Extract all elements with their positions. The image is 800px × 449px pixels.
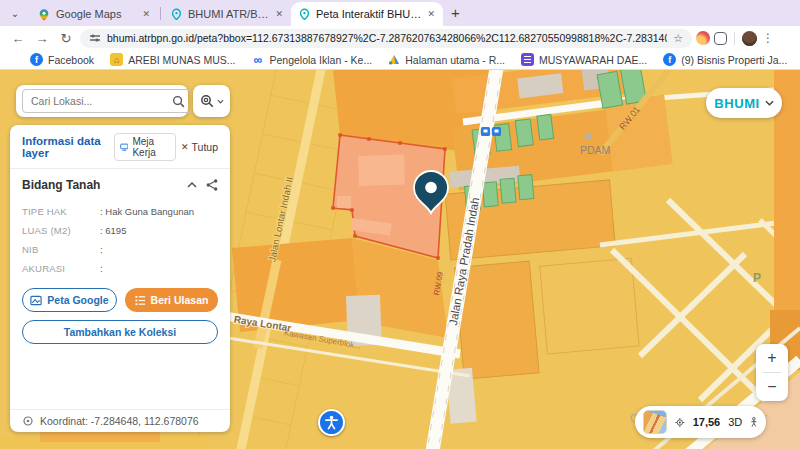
tab-label: BHUMI ATR/BPN [188, 8, 269, 20]
zoom-search-icon [200, 94, 214, 108]
map-control-bar: 17,56 3D [635, 406, 766, 438]
field-row: NIB : [22, 240, 218, 259]
coordinate-text: Koordinat: -7.284648, 112.678076 [40, 415, 199, 427]
bookmarks-bar: f Facebook ⌂ AREBI MUNAS MUS... ∞ Pengel… [0, 50, 800, 70]
tab-close-icon[interactable]: ✕ [427, 9, 435, 19]
beri-ulasan-label: Beri Ulasan [151, 294, 209, 306]
label-pdam: PDAM [580, 144, 610, 156]
field-value: : 6195 [100, 225, 126, 236]
section-header: Bidang Tanah [10, 169, 230, 198]
peta-google-button[interactable]: Peta Google [22, 288, 117, 312]
field-label: NIB [22, 244, 100, 255]
tutup-label: Tutup [192, 141, 218, 153]
profile-avatar[interactable] [742, 31, 757, 46]
zoom-control: + − [756, 344, 788, 401]
tab-google-maps[interactable]: Google Maps ✕ [30, 2, 158, 26]
musyawarah-icon [521, 53, 534, 66]
search-box[interactable] [22, 89, 192, 113]
tab-close-icon[interactable]: ✕ [142, 9, 150, 19]
google-maps-icon [38, 8, 50, 21]
tab-label: Peta Interaktif BHUMI ATR/BPN [316, 8, 421, 20]
my-location-icon[interactable] [675, 415, 685, 430]
meta-icon: ∞ [251, 53, 264, 66]
tab-label: Google Maps [56, 8, 136, 20]
zoom-level-value: 17,56 [693, 416, 721, 428]
bhumi-logo: BHUMI [714, 96, 760, 111]
arebi-icon: ⌂ [110, 53, 123, 66]
site-info-icon[interactable] [89, 32, 101, 44]
tambah-koleksi-button[interactable]: Tambahkan ke Koleksi [22, 320, 218, 344]
browser-menu-icon[interactable]: ⋮ [761, 31, 775, 45]
label-parking: P [753, 271, 761, 285]
back-icon[interactable]: ← [8, 32, 28, 45]
bookmark-label: Halaman utama - R... [405, 54, 505, 66]
meja-kerja-button[interactable]: Meja Kerja [114, 133, 176, 161]
bookmark-pengelola-iklan[interactable]: ∞ Pengelola Iklan - Ke... [251, 53, 372, 66]
info-panel: Informasi data layer Meja Kerja ✕ Tutup … [10, 125, 230, 432]
crosshair-icon [22, 415, 34, 427]
chevron-up-icon[interactable] [187, 182, 197, 188]
search-icon[interactable] [172, 95, 185, 108]
field-label: AKURASI [22, 263, 100, 274]
field-value: : [100, 244, 103, 255]
url-text: bhumi.atrbpn.go.id/peta?bbox=112.6731388… [107, 32, 667, 44]
field-value: : [100, 263, 103, 274]
field-label: LUAS (M2) [22, 225, 100, 236]
new-tab-button[interactable]: + [451, 4, 460, 21]
bookmark-musyawarah[interactable]: MUSYAWARAH DAE... [521, 53, 647, 66]
workspace-icon [120, 142, 129, 152]
map-canvas[interactable]: Jalan Raya Pradah Indah Jalan Lontar Ind… [0, 70, 800, 449]
field-row: TIPE HAK : Hak Guna Bangunan [22, 202, 218, 221]
section-title: Bidang Tanah [22, 178, 100, 192]
mode-3d-button[interactable]: 3D [728, 416, 742, 428]
bookmark-star-icon[interactable]: ☆ [673, 32, 683, 45]
bookmark-halaman-utama[interactable]: Halaman utama - R... [388, 54, 505, 66]
tab-close-icon[interactable]: ✕ [275, 9, 283, 19]
bookmark-label: Facebook [48, 54, 94, 66]
chevron-down-icon [765, 100, 774, 106]
bookmark-arebi[interactable]: ⌂ AREBI MUNAS MUS... [110, 53, 235, 66]
share-icon[interactable] [206, 179, 218, 191]
accessibility-button[interactable] [318, 409, 345, 436]
tambah-koleksi-label: Tambahkan ke Koleksi [64, 326, 176, 338]
tab-strip: ⌄ Google Maps ✕ BHUMI ATR/BPN ✕ [0, 0, 800, 26]
bhumi-pin-icon [299, 8, 310, 20]
attribute-fields: TIPE HAK : Hak Guna Bangunan LUAS (M2) :… [10, 198, 230, 280]
field-row: AKURASI : [22, 259, 218, 278]
bookmark-label: AREBI MUNAS MUS... [128, 54, 235, 66]
extension-icon-2[interactable] [714, 32, 727, 45]
bookmark-label: Pengelola Iklan - Ke... [269, 54, 372, 66]
bhumi-menu-button[interactable]: BHUMI [706, 88, 782, 118]
tab-bhumi[interactable]: BHUMI ATR/BPN ✕ [163, 2, 291, 26]
facebook-icon: f [663, 53, 676, 66]
beri-ulasan-button[interactable]: Beri Ulasan [125, 288, 218, 312]
field-value: : Hak Guna Bangunan [100, 206, 194, 217]
toolbar-divider [734, 32, 735, 45]
pegman-icon[interactable] [750, 414, 758, 430]
accessibility-icon [324, 415, 339, 430]
tutup-button[interactable]: ✕ Tutup [181, 141, 218, 153]
tab-search-chevron-icon[interactable]: ⌄ [6, 4, 24, 22]
zoom-in-button[interactable]: + [756, 344, 788, 372]
extension-icon[interactable] [696, 31, 710, 45]
pdam-poi-dot [585, 133, 592, 140]
basemap-switcher[interactable] [643, 410, 667, 434]
zoom-out-button[interactable]: − [756, 373, 788, 401]
reload-icon[interactable]: ↻ [56, 32, 76, 45]
coordinate-bar: Koordinat: -7.284648, 112.678076 [10, 409, 230, 432]
bookmark-label: MUSYAWARAH DAE... [539, 54, 647, 66]
close-icon: ✕ [181, 142, 189, 152]
bookmark-facebook[interactable]: f Facebook [30, 53, 94, 66]
search-card [16, 85, 188, 117]
bhumi-pin-icon [171, 8, 182, 20]
browser-toolbar: ← → ↻ bhumi.atrbpn.go.id/peta?bbox=112.6… [0, 26, 800, 50]
forward-icon[interactable]: → [32, 32, 52, 45]
search-input[interactable] [29, 94, 168, 108]
review-list-icon [135, 295, 146, 306]
google-ads-icon [388, 54, 400, 65]
bookmark-bisnis-properti[interactable]: f (9) Bisnis Properti Ja... [663, 53, 787, 66]
address-bar[interactable]: bhumi.atrbpn.go.id/peta?bbox=112.6731388… [80, 29, 692, 48]
bookmark-label: (9) Bisnis Properti Ja... [681, 54, 787, 66]
advanced-search-button[interactable] [193, 85, 230, 117]
tab-peta-interaktif[interactable]: Peta Interaktif BHUMI ATR/BPN ✕ [291, 2, 443, 26]
